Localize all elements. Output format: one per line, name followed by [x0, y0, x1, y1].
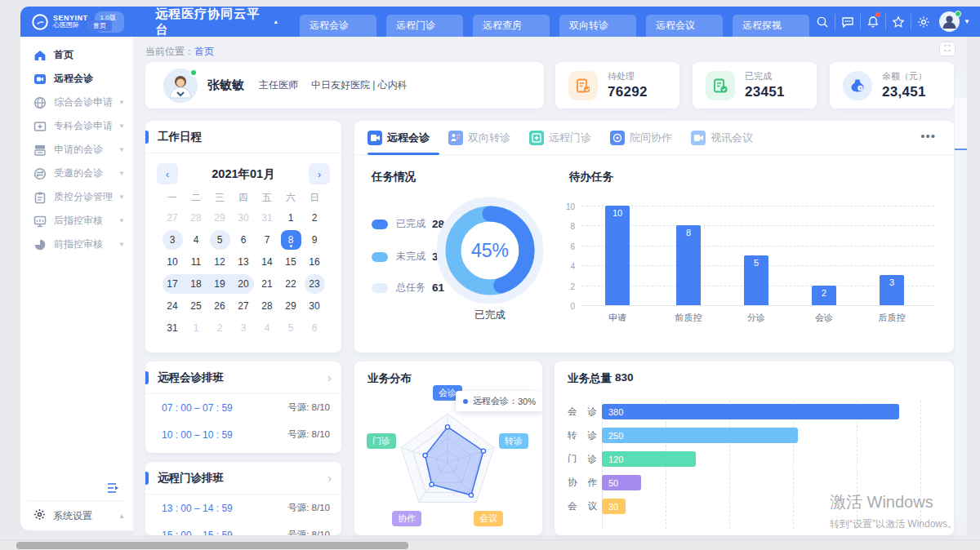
calendar-day-5[interactable]: 5 [208, 230, 232, 250]
calendar-day-3[interactable]: 3 [232, 318, 256, 338]
calendar-day-22[interactable]: 22 [279, 274, 303, 294]
calendar-day-10[interactable]: 10 [161, 252, 185, 272]
calendar-day-5[interactable]: 5 [279, 318, 303, 338]
star-icon[interactable] [885, 14, 911, 30]
calendar-day-13[interactable]: 13 [232, 252, 256, 272]
schedule-row[interactable]: 07 : 00 – 07 : 59号源: 8/10 [145, 394, 341, 421]
navbar-tab-远程会议[interactable]: 远程会议 [646, 15, 723, 37]
search-icon[interactable] [809, 14, 835, 30]
sidebar-item-label: 受邀的会诊 [54, 166, 103, 180]
calendar-day-4[interactable]: 4 [185, 230, 208, 250]
calendar-day-14[interactable]: 14 [256, 252, 279, 272]
sidebar-item-前指控审核[interactable]: 前指控审核▼ [20, 233, 133, 256]
sidebar-item-专科会诊申请[interactable]: 专科会诊申请▼ [20, 114, 133, 138]
calendar-day-31[interactable]: 31 [161, 318, 185, 338]
calendar-next-button[interactable]: › [309, 163, 330, 184]
chevron-right-icon[interactable]: › [327, 370, 332, 384]
calendar-day-28[interactable]: 28 [185, 208, 208, 228]
bar-申请: 10 [605, 206, 630, 305]
legend-swatch [372, 220, 388, 229]
calendar-day-1[interactable]: 1 [279, 208, 303, 228]
sidebar-item-综合会诊申请[interactable]: 综合会诊申请▼ [20, 91, 133, 114]
calendar-day-1[interactable]: 1 [185, 318, 208, 338]
platform-title-caret-icon[interactable]: ▲ [273, 19, 278, 24]
calendar-day-11[interactable]: 11 [185, 252, 208, 272]
calendar-day-8[interactable]: 8 [279, 230, 303, 250]
collapse-sidebar-icon[interactable] [107, 482, 120, 494]
navbar-tab-远程查房[interactable]: 远程查房 [473, 15, 550, 37]
panel-tab-双向转诊[interactable]: 双向转诊 [448, 121, 510, 154]
sidebar-item-后指控审核[interactable]: 后指控审核▼ [20, 209, 133, 233]
panel-tab-远程会诊[interactable]: 远程会诊 [368, 121, 430, 154]
calendar-day-30[interactable]: 30 [232, 208, 256, 228]
hbar-row-会议: 会议30 [555, 499, 947, 514]
panel-tab-视讯会议[interactable]: 视讯会议 [691, 121, 753, 154]
calendar-day-2[interactable]: 2 [303, 208, 327, 228]
horizontal-scrollbar[interactable] [0, 539, 980, 550]
calendar-weekday: 四 [232, 189, 256, 206]
gridline: 6 [581, 246, 934, 246]
hbar-category-label: 协作 [568, 477, 597, 489]
calendar-day-18[interactable]: 18 [185, 274, 208, 294]
user-avatar-menu[interactable]: ▼ [939, 11, 970, 32]
panel-tab-远程门诊[interactable]: 远程门诊 [529, 121, 591, 154]
panel-tab-label: 视讯会议 [710, 131, 753, 145]
navbar-tab-远程门诊[interactable]: 远程门诊 [386, 15, 463, 37]
sidebar-item-质控分诊管理[interactable]: 质控分诊管理▼ [20, 185, 133, 209]
scrollbar-thumb[interactable] [16, 542, 408, 549]
calendar-day-31[interactable]: 31 [256, 208, 279, 228]
bar-category-label: 分诊 [747, 312, 765, 324]
calendar-day-28[interactable]: 28 [256, 296, 279, 316]
sidebar-item-label: 质控分诊管理 [54, 190, 113, 204]
gear-icon[interactable] [911, 14, 936, 30]
gridline: 10 [581, 206, 934, 206]
fullscreen-icon[interactable]: ⛶ [939, 42, 956, 56]
chevron-right-icon[interactable]: › [327, 471, 332, 485]
calendar-day-24[interactable]: 24 [161, 296, 185, 316]
hbar-row-会诊: 会诊380 [555, 404, 947, 419]
schedule-row[interactable]: 13 : 00 – 14 : 59号源: 8/10 [145, 495, 341, 521]
sidebar-item-settings[interactable]: 系统设置 ▲ [20, 501, 133, 530]
calendar-day-12[interactable]: 12 [208, 252, 232, 272]
calendar-day-4[interactable]: 4 [256, 318, 279, 338]
panel-tab-院间协作[interactable]: 院间协作 [610, 121, 672, 154]
sidebar-item-首页[interactable]: 首页 [20, 43, 133, 67]
calendar-day-17[interactable]: 17 [161, 274, 185, 294]
calendar-day-19[interactable]: 19 [208, 274, 232, 294]
clinic-schedule-card: 远程门诊排班› 13 : 00 – 14 : 59号源: 8/1015 : 00… [145, 462, 341, 535]
calendar-day-20[interactable]: 20 [232, 274, 256, 294]
calendar-day-25[interactable]: 25 [185, 296, 208, 316]
calendar-day-2[interactable]: 2 [208, 318, 232, 338]
schedule-row[interactable]: 10 : 00 – 10 : 59号源: 8/10 [145, 421, 341, 448]
panel-tab-icon [610, 131, 625, 145]
navbar-tab-远程探视[interactable]: 远程探视 [733, 15, 809, 37]
calendar-day-29[interactable]: 29 [208, 208, 232, 228]
breadcrumb-home-link[interactable]: 首页 [194, 46, 214, 57]
navbar-tab-远程会诊[interactable]: 远程会诊 [300, 15, 376, 37]
more-options-icon[interactable]: ••• [920, 129, 936, 143]
sidebar-item-受邀的会诊[interactable]: 受邀的会诊▼ [20, 162, 133, 185]
sidebar-item-申请的会诊[interactable]: 申请的会诊▼ [20, 138, 133, 162]
calendar-day-26[interactable]: 26 [208, 296, 232, 316]
calendar-day-15[interactable]: 15 [279, 252, 303, 272]
calendar-day-29[interactable]: 29 [279, 296, 303, 316]
calendar-day-21[interactable]: 21 [256, 274, 279, 294]
calendar-day-3[interactable]: 3 [161, 230, 185, 250]
calendar-day-27[interactable]: 27 [161, 208, 185, 228]
sidebar-item-远程会诊[interactable]: 远程会诊 [20, 67, 133, 91]
schedule-row[interactable]: 15 : 00 – 15 : 59号源: 8/10 [145, 521, 341, 535]
calendar-day-16[interactable]: 16 [303, 252, 327, 272]
calendar-day-30[interactable]: 30 [303, 296, 327, 316]
donut-caption: 已完成 [429, 308, 551, 322]
bell-icon[interactable] [860, 14, 885, 30]
calendar-day-23[interactable]: 23 [303, 274, 327, 294]
calendar-day-27[interactable]: 27 [232, 296, 256, 316]
calendar-day-9[interactable]: 9 [303, 230, 327, 250]
chat-icon[interactable] [835, 14, 860, 30]
calendar-prev-button[interactable]: ‹ [157, 163, 178, 184]
home-mini-tab[interactable]: 首页 [87, 20, 112, 31]
navbar-tab-双向转诊[interactable]: 双向转诊 [559, 15, 636, 37]
calendar-day-6[interactable]: 6 [303, 318, 327, 338]
calendar-day-6[interactable]: 6 [232, 230, 256, 250]
calendar-day-7[interactable]: 7 [256, 230, 279, 250]
